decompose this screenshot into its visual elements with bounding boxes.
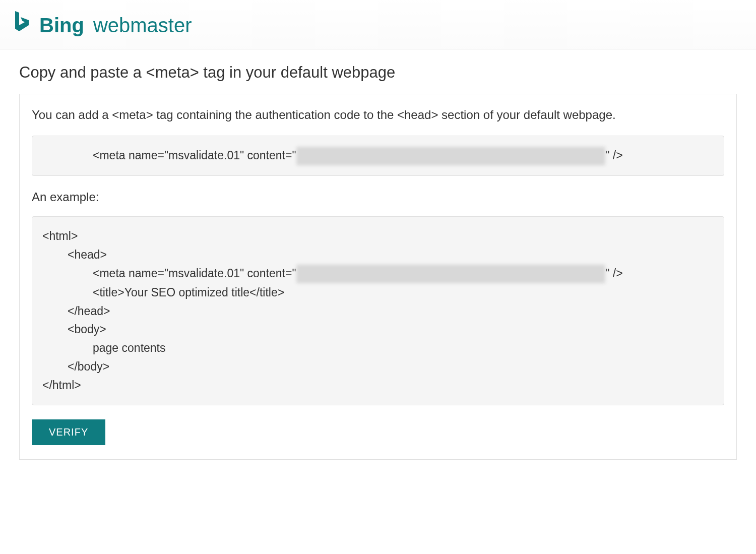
- code-line: </html>: [42, 379, 81, 392]
- bing-icon: [12, 10, 30, 32]
- auth-code-redacted: XXXXXXXXXXXXXXXXXXXXXXXXXXXXXXXXXXXXXXXX: [296, 265, 606, 283]
- code-line: </body>: [42, 357, 109, 376]
- meta-tag-prefix: <meta name="msvalidate.01" content=": [93, 149, 296, 162]
- meta-tag-suffix: " />: [605, 149, 622, 162]
- code-line: <title>Your SEO optimized title</title>: [42, 283, 284, 302]
- meta-tag-code-block[interactable]: <meta name="msvalidate.01" content="XXXX…: [32, 136, 724, 176]
- code-line: <head>: [42, 245, 107, 264]
- example-label: An example:: [32, 190, 724, 204]
- section-title: Copy and paste a <meta> tag in your defa…: [19, 64, 737, 82]
- instruction-text: You can add a <meta> tag containing the …: [32, 106, 724, 124]
- code-line: page contents: [42, 339, 166, 357]
- brand-logo: Bing webmaster: [12, 10, 192, 37]
- code-line: <html>: [42, 229, 78, 242]
- brand-name: Bing: [39, 14, 84, 37]
- code-line-suffix: " />: [605, 267, 622, 280]
- verification-panel: You can add a <meta> tag containing the …: [19, 94, 737, 460]
- main-content: Copy and paste a <meta> tag in your defa…: [0, 49, 756, 480]
- verify-button[interactable]: VERIFY: [32, 419, 105, 445]
- page-header: Bing webmaster: [0, 0, 756, 49]
- auth-code-redacted: XXXXXXXXXXXXXXXXXXXXXXXXXXXXXXXXXXXXXXXX: [296, 147, 606, 165]
- code-line-prefix: <meta name="msvalidate.01" content=": [93, 267, 296, 280]
- product-name: webmaster: [93, 14, 192, 37]
- code-line: </head>: [42, 302, 110, 321]
- code-line: <body>: [42, 320, 106, 339]
- example-code-block[interactable]: <html><head><meta name="msvalidate.01" c…: [32, 216, 724, 405]
